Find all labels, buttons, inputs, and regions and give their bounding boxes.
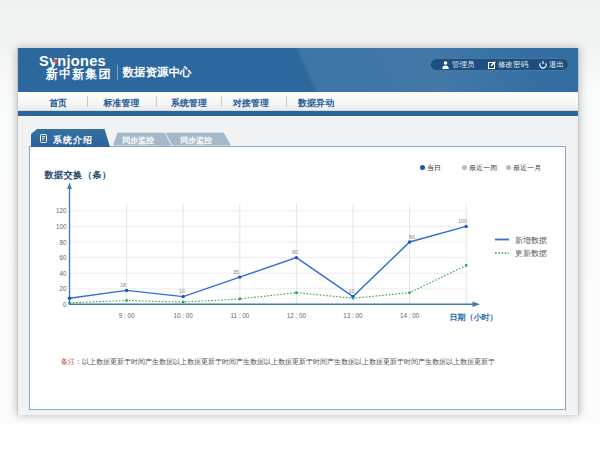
svg-text:35: 35 (233, 269, 239, 275)
svg-text:80: 80 (59, 239, 67, 246)
svg-text:14 : 00: 14 : 00 (400, 312, 420, 319)
svg-text:120: 120 (56, 207, 67, 214)
svg-text:更新数据: 更新数据 (515, 249, 547, 258)
svg-text:60: 60 (292, 249, 298, 255)
svg-text:20: 20 (59, 285, 67, 292)
svg-text:10: 10 (179, 288, 185, 294)
svg-text:60: 60 (59, 254, 67, 261)
svg-text:13 : 00: 13 : 00 (343, 312, 363, 319)
svg-text:12 : 00: 12 : 00 (287, 312, 307, 319)
svg-text:100: 100 (56, 223, 67, 230)
svg-text:11 : 00: 11 : 00 (230, 312, 249, 319)
svg-text:10 : 00: 10 : 00 (174, 312, 194, 319)
svg-text:10: 10 (349, 288, 355, 294)
svg-text:18: 18 (120, 282, 126, 288)
svg-text:日期（小时）: 日期（小时） (450, 313, 498, 322)
svg-text:100: 100 (458, 218, 467, 224)
svg-text:80: 80 (409, 234, 415, 240)
svg-text:40: 40 (59, 270, 67, 277)
svg-text:9 : 00: 9 : 00 (119, 312, 135, 319)
svg-text:新增数据: 新增数据 (515, 236, 547, 245)
svg-text:0: 0 (63, 301, 67, 308)
